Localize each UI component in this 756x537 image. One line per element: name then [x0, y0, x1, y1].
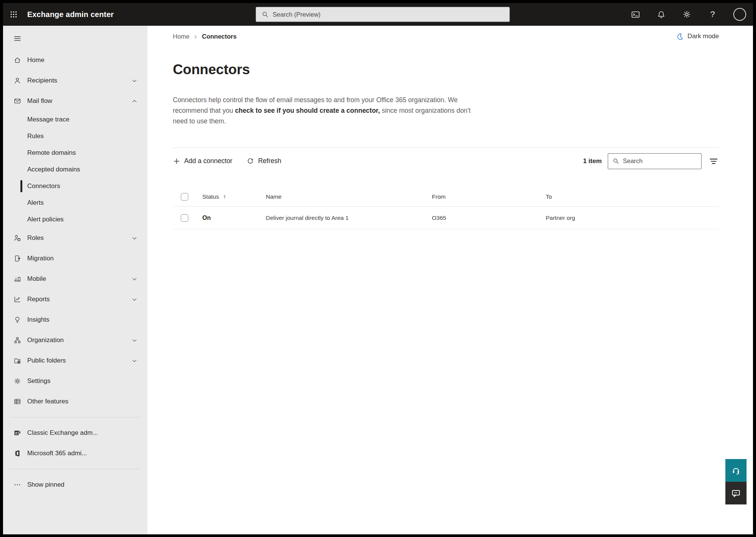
sidebar-item-label: Alerts: [27, 199, 43, 207]
sidebar-item-roles[interactable]: Roles: [3, 228, 147, 248]
nav-list: HomeRecipientsMail flowMessage traceRule…: [3, 50, 147, 412]
sidebar-item-settings[interactable]: Settings: [3, 371, 147, 391]
sidebar-item-other-features[interactable]: Other features: [3, 391, 147, 412]
sidebar-item-connectors[interactable]: Connectors: [3, 178, 147, 195]
breadcrumb-current: Connectors: [202, 33, 237, 40]
sidebar-item-classic-exchange-adm[interactable]: EClassic Exchange adm...: [3, 423, 147, 443]
exchange-admin-window: Exchange admin center ?: [3, 3, 753, 534]
sidebar-item-label: Classic Exchange adm...: [27, 429, 98, 437]
filter-button[interactable]: [708, 156, 719, 167]
sidebar-item-recipients[interactable]: Recipients: [3, 70, 147, 91]
sidebar-item-alert-policies[interactable]: Alert policies: [3, 211, 147, 228]
column-header-to[interactable]: To: [546, 193, 719, 200]
m365-logo-icon: [14, 450, 21, 457]
gear-icon: [682, 10, 691, 19]
hamburger-icon: [13, 34, 22, 43]
sidebar-item-label: Microsoft 365 admi...: [27, 450, 87, 457]
description-emphasis: check to see if you should create a conn…: [235, 107, 380, 114]
sidebar-item-microsoft-365-admi[interactable]: Microsoft 365 admi...: [3, 443, 147, 464]
sidebar-item-label: Rules: [27, 132, 43, 140]
breadcrumb-home-link[interactable]: Home: [173, 33, 189, 40]
sidebar-item-migration[interactable]: Migration: [3, 248, 147, 269]
nav-collapse-button[interactable]: [9, 31, 26, 46]
sidebar-item-label: Accepted domains: [27, 166, 80, 173]
breadcrumb: Home Connectors Dark mode: [173, 33, 719, 40]
row-checkbox[interactable]: [181, 214, 188, 222]
migration-icon: [14, 255, 21, 262]
mobile-icon: [14, 275, 21, 283]
sidebar-item-home[interactable]: Home: [3, 50, 147, 70]
reports-icon: [14, 296, 21, 303]
chevron-down-icon: [131, 78, 138, 84]
dark-mode-toggle[interactable]: Dark mode: [676, 33, 719, 40]
feedback-button[interactable]: [725, 482, 747, 504]
terminal-icon: [631, 10, 640, 19]
sidebar-item-label: Remote domains: [27, 149, 76, 157]
list-search-input[interactable]: [623, 157, 697, 165]
moon-icon: [676, 33, 684, 40]
select-all-checkbox[interactable]: [181, 193, 188, 201]
sidebar-item-label: Home: [27, 56, 44, 64]
refresh-button[interactable]: Refresh: [247, 157, 281, 165]
chevron-down-icon: [131, 358, 138, 364]
cell-to: Partner org: [546, 215, 719, 221]
sidebar-item-organization[interactable]: Organization: [3, 330, 147, 350]
sidebar-item-alerts[interactable]: Alerts: [3, 195, 147, 211]
table-row[interactable]: OnDeliver journal directly to Area 1O365…: [173, 207, 719, 229]
sidebar-item-insights[interactable]: Insights: [3, 310, 147, 330]
chevron-down-icon: [131, 235, 138, 241]
global-search-box[interactable]: [256, 7, 510, 22]
sidebar-item-label: Public folders: [27, 357, 66, 364]
settings-button[interactable]: [682, 9, 692, 19]
plus-icon: [173, 157, 180, 165]
notifications-button[interactable]: [656, 9, 666, 19]
gear-icon: [14, 377, 21, 385]
sidebar-item-accepted-domains[interactable]: Accepted domains: [3, 161, 147, 178]
sidebar-item-label: Message trace: [27, 116, 70, 123]
list-search-box[interactable]: [608, 153, 702, 169]
sidebar-item-label: Mail flow: [27, 97, 52, 105]
nav-divider: [10, 417, 141, 417]
sidebar-item-label: Other features: [27, 398, 68, 405]
sidebar-item-label: Migration: [27, 255, 54, 262]
main-content: Home Connectors Dark mode Connectors Con…: [147, 26, 753, 534]
powershell-button[interactable]: [630, 9, 640, 19]
topbar-actions: ?: [630, 8, 746, 21]
sidebar-item-mobile[interactable]: Mobile: [3, 269, 147, 289]
sidebar-item-reports[interactable]: Reports: [3, 289, 147, 310]
column-label: Status: [202, 193, 219, 200]
sidebar-item-label: Reports: [27, 296, 50, 303]
cell-status: On: [202, 215, 266, 221]
list-toolbar: Add a connector Refresh 1 item: [173, 148, 719, 174]
sidebar-item-public-folders[interactable]: Public folders: [3, 350, 147, 371]
sidebar-item-remote-domains[interactable]: Remote domains: [3, 145, 147, 161]
table-body: OnDeliver journal directly to Area 1O365…: [173, 207, 719, 229]
topbar: Exchange admin center ?: [3, 3, 753, 26]
ellipsis-icon: [14, 481, 21, 489]
column-header-status[interactable]: Status: [202, 193, 266, 200]
table-icon: [14, 398, 21, 405]
support-button[interactable]: [725, 459, 747, 482]
help-icon: ?: [710, 10, 715, 19]
sidebar-item-rules[interactable]: Rules: [3, 128, 147, 145]
chevron-down-icon: [131, 296, 138, 303]
sidebar: HomeRecipientsMail flowMessage traceRule…: [3, 26, 147, 534]
sidebar-item-mail-flow[interactable]: Mail flow: [3, 91, 147, 111]
app-launcher-button[interactable]: [3, 3, 24, 26]
column-header-from[interactable]: From: [432, 193, 546, 200]
sidebar-item-message-trace[interactable]: Message trace: [3, 111, 147, 128]
svg-text:E: E: [16, 431, 18, 435]
sidebar-item-show-pinned[interactable]: Show pinned: [3, 475, 147, 495]
app-title: Exchange admin center: [27, 10, 114, 19]
chevron-right-icon: [193, 34, 198, 39]
global-search-input[interactable]: [273, 11, 504, 18]
search-icon: [612, 157, 619, 165]
chevron-down-icon: [131, 337, 138, 344]
help-button[interactable]: ?: [708, 9, 717, 19]
organization-icon: [14, 336, 21, 344]
column-header-name[interactable]: Name: [266, 193, 432, 200]
account-avatar[interactable]: [733, 8, 746, 21]
add-connector-button[interactable]: Add a connector: [173, 157, 232, 165]
nav-footer-list: EClassic Exchange adm...Microsoft 365 ad…: [3, 423, 147, 464]
page-title: Connectors: [173, 61, 719, 78]
